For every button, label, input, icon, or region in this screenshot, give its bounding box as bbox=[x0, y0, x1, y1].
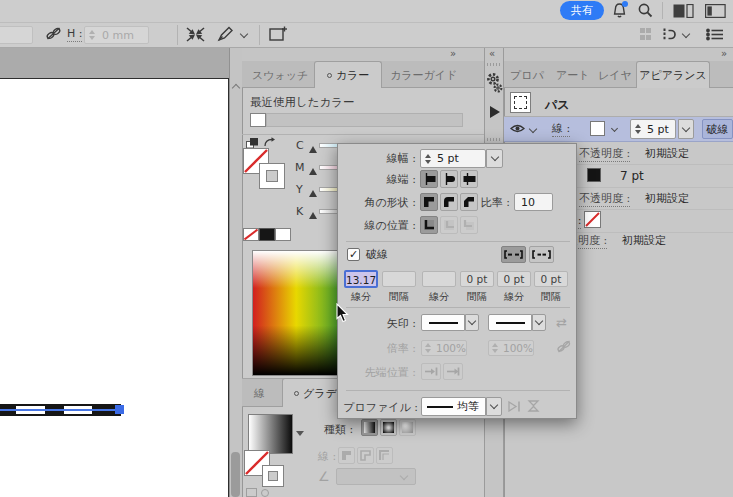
stroke-width-stepper[interactable]: 5 pt bbox=[630, 119, 676, 139]
stroke2-width-value[interactable]: 7 pt bbox=[620, 169, 644, 183]
h-value[interactable]: 0 mm bbox=[102, 29, 134, 42]
popup-miter-input[interactable]: 10 bbox=[514, 193, 553, 211]
cmyk-m-slider-handle[interactable] bbox=[309, 168, 317, 175]
arrowhead-start-chevron[interactable] bbox=[465, 314, 479, 331]
gradient-thumb-dropdown-icon[interactable] bbox=[296, 431, 304, 436]
search-icon[interactable] bbox=[637, 2, 654, 22]
cmyk-k-slider-track[interactable] bbox=[319, 209, 339, 214]
popup-weight-dropdown[interactable] bbox=[486, 149, 503, 168]
dash-align-exact-button[interactable] bbox=[529, 246, 554, 263]
cap-butt-button[interactable] bbox=[420, 170, 438, 188]
tip-align-button[interactable] bbox=[443, 363, 463, 380]
dashed-chip[interactable]: 破線 bbox=[702, 119, 733, 139]
gradient-stroke-across-button[interactable] bbox=[376, 447, 393, 464]
play-actions-icon[interactable] bbox=[490, 106, 500, 118]
artboard-options-icon[interactable] bbox=[268, 25, 289, 46]
gradient-type-linear-button[interactable] bbox=[361, 419, 378, 436]
stroke2-color-swatch-black[interactable] bbox=[587, 168, 601, 182]
profile-dropdown-chevron[interactable] bbox=[486, 397, 502, 416]
tab-properties[interactable]: プロパ bbox=[510, 68, 548, 83]
dock-gripper-bottom[interactable] bbox=[487, 138, 501, 141]
gradient-annotation-icon[interactable] bbox=[246, 488, 257, 497]
workspace-switcher-icon[interactable] bbox=[705, 4, 726, 21]
fill-color-swatch-none[interactable] bbox=[584, 211, 601, 228]
cmyk-y-slider-track[interactable] bbox=[319, 187, 339, 192]
quick-swatch-none[interactable] bbox=[243, 228, 259, 241]
visibility-eye-icon[interactable] bbox=[510, 123, 525, 137]
gradient-annotation-icon-2[interactable] bbox=[261, 489, 269, 497]
opacity-label-2[interactable]: 不透明度 : bbox=[579, 192, 630, 207]
opacity-value-2[interactable]: 初期設定 bbox=[645, 192, 689, 206]
popup-weight-spin-icon[interactable] bbox=[425, 154, 431, 164]
tab-appearance[interactable]: アピアランス bbox=[636, 61, 710, 88]
cmyk-y-slider-handle[interactable] bbox=[309, 190, 317, 197]
stroke-row-label[interactable]: 線 : bbox=[552, 122, 570, 137]
dash-align-corners-button[interactable] bbox=[501, 246, 526, 263]
align-outside-button[interactable] bbox=[460, 216, 478, 234]
stroke-width-value[interactable]: 5 pt bbox=[647, 123, 669, 136]
cap-projecting-button[interactable] bbox=[460, 170, 478, 188]
canvas-scrollbar[interactable] bbox=[229, 48, 242, 497]
quick-swatch-black[interactable] bbox=[259, 228, 275, 241]
quick-swatch-white[interactable] bbox=[275, 228, 291, 241]
join-miter-button[interactable] bbox=[420, 193, 438, 211]
cmyk-m-slider-track[interactable] bbox=[319, 165, 339, 170]
arrowhead-end-dropdown[interactable] bbox=[488, 314, 532, 331]
gradient-type-freeform-button[interactable] bbox=[399, 419, 416, 436]
scrollbar-thumb[interactable] bbox=[231, 452, 240, 497]
gradient-stroke-within-button[interactable] bbox=[338, 447, 355, 464]
gradient-stroke-along-button[interactable] bbox=[357, 447, 374, 464]
arrowhead-end-chevron[interactable] bbox=[532, 314, 546, 331]
join-round-button[interactable] bbox=[440, 193, 458, 211]
dash-field-5[interactable]: 0 pt bbox=[497, 271, 531, 287]
grid-snap-icon[interactable] bbox=[640, 28, 653, 41]
popup-weight-value[interactable]: 5 pt bbox=[437, 152, 459, 165]
actions-gears-icon[interactable] bbox=[485, 71, 503, 100]
cap-round-button[interactable] bbox=[440, 170, 458, 188]
popup-dashed-label[interactable]: 破線 bbox=[366, 248, 388, 262]
opacity-label-1[interactable]: 不透明度 : bbox=[579, 147, 630, 162]
share-button[interactable]: 共有 bbox=[560, 1, 604, 20]
dashed-checkbox[interactable]: ✓ bbox=[347, 248, 360, 261]
h-label[interactable]: H : bbox=[67, 27, 82, 42]
artboard[interactable] bbox=[0, 78, 229, 497]
unlink-dimensions-icon[interactable] bbox=[45, 26, 62, 44]
tab-stroke-panel[interactable]: 線 bbox=[254, 386, 265, 401]
list-view-icon[interactable] bbox=[706, 28, 725, 44]
stroke-width-dropdown[interactable] bbox=[678, 119, 694, 139]
popup-weight-stepper[interactable]: 5 pt bbox=[420, 149, 486, 168]
arrow-scale-end[interactable]: 100% bbox=[488, 340, 534, 356]
h-stepper[interactable]: 0 mm bbox=[84, 26, 149, 44]
stroke-proxy[interactable] bbox=[259, 163, 285, 189]
dash-field-1[interactable]: 13.17 bbox=[344, 270, 378, 288]
arrowhead-start-dropdown[interactable] bbox=[421, 314, 465, 331]
dash-field-6[interactable]: 0 pt bbox=[534, 271, 568, 287]
gradient-type-radial-button[interactable] bbox=[380, 419, 397, 436]
tip-extend-button[interactable] bbox=[421, 363, 441, 380]
appearance-stroke-row[interactable] bbox=[504, 117, 733, 142]
dock-gripper-top[interactable] bbox=[487, 63, 501, 66]
opacity-value-1[interactable]: 初期設定 bbox=[645, 147, 689, 161]
h-stepper-arrows-icon[interactable] bbox=[89, 30, 95, 40]
dash-field-4[interactable]: 0 pt bbox=[460, 271, 494, 287]
cmyk-k-slider-handle[interactable] bbox=[309, 212, 317, 219]
tab-artboards[interactable]: アート bbox=[556, 68, 590, 83]
color-spectrum[interactable] bbox=[252, 250, 344, 376]
fit-bounds-icon[interactable] bbox=[185, 26, 206, 46]
dash-field-3[interactable] bbox=[422, 271, 456, 287]
tab-swatches[interactable]: スウォッチ bbox=[252, 68, 308, 83]
gradient-thumbnail[interactable] bbox=[248, 414, 293, 454]
gradient-stroke-proxy[interactable] bbox=[262, 465, 284, 487]
profile-dropdown[interactable]: 均等 bbox=[421, 397, 486, 416]
dash-field-2[interactable] bbox=[382, 271, 416, 287]
cmyk-c-slider-track[interactable] bbox=[319, 143, 339, 148]
cmyk-c-slider-handle[interactable] bbox=[309, 146, 317, 153]
stroke-width-spin-icon[interactable] bbox=[635, 124, 641, 134]
recent-color-swatch-white[interactable] bbox=[250, 113, 266, 127]
mid-panel-collapse[interactable]: » bbox=[450, 47, 456, 61]
stroke-color-swatch-white[interactable] bbox=[590, 121, 605, 136]
right-panel-collapse[interactable]: » bbox=[721, 47, 727, 61]
arrow-scale-start[interactable]: 100% bbox=[421, 340, 467, 356]
tab-layers[interactable]: レイヤ bbox=[598, 68, 632, 83]
opacity-value-3[interactable]: 初期設定 bbox=[622, 234, 666, 248]
